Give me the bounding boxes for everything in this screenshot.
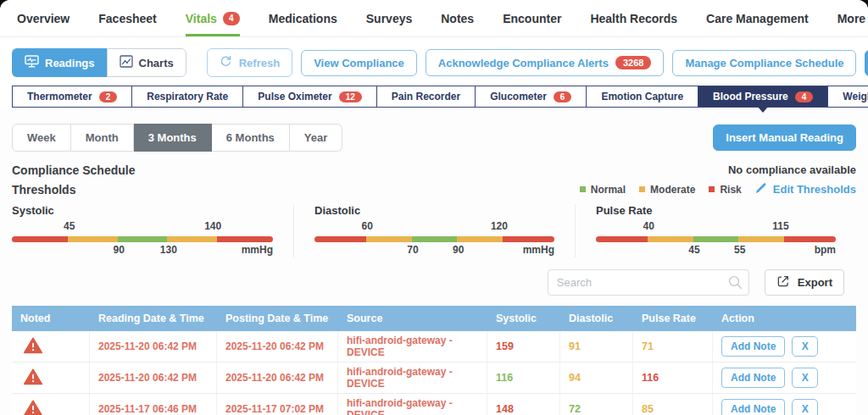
tab-pulse-oximeter[interactable]: Pulse Oximeter12 <box>243 86 377 108</box>
tab-emotion-capture[interactable]: Emotion Capture <box>587 86 698 108</box>
posting-date-cell: 2025-11-17 07:02 PM <box>217 394 338 415</box>
nav-item-surveys[interactable]: Surveys <box>366 0 412 36</box>
insert-manual-reading-button[interactable]: Insert Manual Reading <box>713 125 856 151</box>
tab-blood-pressure[interactable]: Blood Pressure4 <box>698 86 828 108</box>
tab-glucometer[interactable]: Glucometer6 <box>476 86 587 108</box>
nav-item-vitals[interactable]: Vitals 4 <box>186 0 240 36</box>
nav-item-overview[interactable]: Overview <box>17 0 70 36</box>
device-tabs: Thermometer2 Respiratory Rate Pulse Oxim… <box>12 86 856 108</box>
compliance-right: No compliance available Normal Moderate … <box>580 163 856 196</box>
systolic-value: 148 <box>487 394 560 415</box>
tab-label: Blood Pressure <box>713 91 788 102</box>
warning-triangle-icon <box>24 400 42 415</box>
nav-label: Overview <box>17 12 70 25</box>
reading-date-cell: 2025-11-20 06:42 PM <box>90 362 217 393</box>
gauge-unit: mmHg <box>242 244 273 256</box>
table-row: 2025-11-20 06:42 PM 2025-11-20 06:42 PM … <box>12 331 856 362</box>
gauge-top-labels: 45 140 <box>12 220 273 234</box>
tab-respiratory-rate[interactable]: Respiratory Rate <box>132 86 243 108</box>
search-wrap <box>548 269 749 296</box>
pulse-rate-value: 85 <box>633 394 713 415</box>
nav-item-more[interactable]: More <box>837 0 865 36</box>
nav-label: Facesheet <box>98 12 156 25</box>
nav-label: Medications <box>269 12 337 25</box>
threshold-gauges: Systolic 45 140 90 130 mmHg Diastolic 60… <box>0 196 868 268</box>
edit-thresholds-link[interactable]: Edit Thresholds <box>755 182 856 196</box>
pulse-rate-value: 71 <box>633 331 713 362</box>
view-compliance-button[interactable]: View Compliance <box>301 50 417 76</box>
legend-risk: Risk <box>709 184 741 196</box>
vitals-count-badge: 4 <box>223 12 240 25</box>
delete-reading-button[interactable]: X <box>792 336 818 357</box>
diastolic-threshold-bar <box>314 236 554 242</box>
table-row: 2025-11-20 06:42 PM 2025-11-20 06:42 PM … <box>12 362 856 394</box>
systolic-threshold-bar <box>12 236 273 242</box>
search-input[interactable] <box>548 269 749 296</box>
acknowledge-compliance-alerts-button[interactable]: Acknowledge Compliance Alerts 3268 <box>426 49 665 76</box>
gauge-tick: 45 <box>64 220 75 232</box>
reading-date-cell: 2025-11-20 06:42 PM <box>90 331 217 362</box>
tab-weight-scale[interactable]: Weight Scale <box>828 86 868 108</box>
gauge-tick: 90 <box>453 244 464 256</box>
tab-label: Respiratory Rate <box>147 91 228 102</box>
time-tab-week[interactable]: Week <box>12 124 71 152</box>
table-row: 2025-11-17 06:46 PM 2025-11-17 07:02 PM … <box>12 394 856 415</box>
edit-thresholds-label: Edit Thresholds <box>773 183 856 196</box>
time-tab-label: Month <box>86 131 119 144</box>
nav-item-facesheet[interactable]: Facesheet <box>98 0 156 36</box>
legend-label: Risk <box>720 184 741 196</box>
time-tab-6-months[interactable]: 6 Months <box>212 124 290 152</box>
action-cell: Add Note X <box>713 331 856 362</box>
time-tab-year[interactable]: Year <box>290 124 342 152</box>
source-cell: hifi-android-gateway - DEVICE <box>338 362 487 393</box>
nav-item-health-records[interactable]: Health Records <box>590 0 677 36</box>
nav-item-medications[interactable]: Medications <box>269 0 337 36</box>
manage-devices-button[interactable]: Manage Devices <box>865 50 868 76</box>
col-header-noted: Noted <box>12 306 90 331</box>
tab-label: Emotion Capture <box>601 91 683 102</box>
col-header-posting-date: Posting Date & Time <box>217 306 338 331</box>
blood-pressure-count-badge: 4 <box>795 91 814 102</box>
gauge-bottom-labels: 45 55 bpm <box>596 244 836 257</box>
refresh-button[interactable]: Refresh <box>207 48 292 77</box>
diastolic-value: 72 <box>560 394 633 415</box>
compliance-titles: Compliance Schedule Thresholds <box>12 163 135 196</box>
systolic-value: 159 <box>487 331 560 362</box>
time-range-selector: Week Month 3 Months 6 Months Year <box>12 124 342 152</box>
view-mode-toggle: Readings Charts <box>12 48 186 77</box>
manage-compliance-schedule-button[interactable]: Manage Compliance Schedule <box>672 50 856 76</box>
line-chart-icon <box>120 55 133 70</box>
nav-item-care-management[interactable]: Care Management <box>706 0 809 36</box>
tab-thermometer[interactable]: Thermometer2 <box>12 86 132 108</box>
gauge-tick: 40 <box>643 220 654 232</box>
delete-reading-button[interactable]: X <box>792 368 818 388</box>
delete-reading-button[interactable]: X <box>792 399 818 415</box>
export-button[interactable]: Export <box>765 269 844 296</box>
col-header-pulse-rate: Pulse Rate <box>633 306 713 331</box>
gauge-tick: 70 <box>407 244 418 256</box>
add-note-button[interactable]: Add Note <box>721 368 785 388</box>
readings-monitor-icon <box>25 55 39 70</box>
alerts-count-badge: 3268 <box>615 56 651 69</box>
nav-item-notes[interactable]: Notes <box>441 0 474 36</box>
time-tab-month[interactable]: Month <box>71 124 134 152</box>
add-note-button[interactable]: Add Note <box>721 336 785 357</box>
col-header-reading-date: Reading Date & Time <box>90 306 217 331</box>
vitals-toolbar: Readings Charts Refresh View Compliance … <box>0 37 868 86</box>
time-tab-3-months[interactable]: 3 Months <box>134 124 212 152</box>
compliance-schedule-title: Compliance Schedule <box>12 163 135 177</box>
gauge-tick: 60 <box>362 220 373 232</box>
add-note-button[interactable]: Add Note <box>721 399 785 415</box>
diastolic-gauge: Diastolic 60 120 70 90 mmHg <box>293 204 575 257</box>
compliance-header: Compliance Schedule Thresholds No compli… <box>0 157 868 196</box>
moderate-swatch <box>639 186 645 192</box>
readings-tab[interactable]: Readings <box>12 48 107 77</box>
ack-alerts-label: Acknowledge Compliance Alerts <box>438 57 609 69</box>
thresholds-title: Thresholds <box>12 183 135 196</box>
readings-label: Readings <box>45 57 95 69</box>
tab-pain-recorder[interactable]: Pain Recorder <box>377 86 476 108</box>
charts-tab[interactable]: Charts <box>107 48 186 77</box>
posting-date-cell: 2025-11-20 06:42 PM <box>217 331 338 362</box>
nav-item-encounter[interactable]: Encounter <box>503 0 561 36</box>
nav-label: Health Records <box>590 12 677 25</box>
